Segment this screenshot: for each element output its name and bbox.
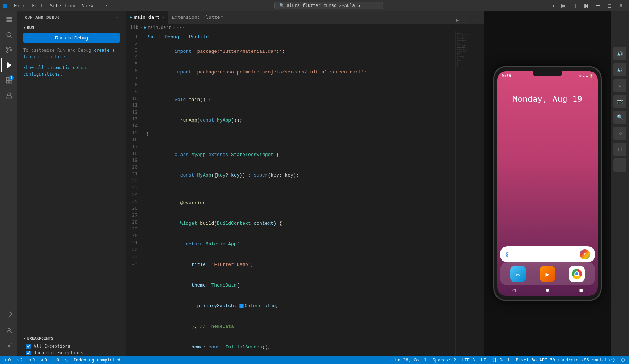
run-in-debug-icon[interactable]: ▶	[454, 16, 460, 24]
code-line-12: Widget build(BuildContext context) {	[141, 213, 455, 234]
phone-status-icons: ⚙ ☁ ▲ 🔋	[579, 74, 594, 78]
tab-extension-flutter[interactable]: Extension: Flutter	[168, 11, 226, 24]
cursor-position-status[interactable]: Ln 28, Col 1	[394, 357, 428, 363]
code-line-9: const MyApp({Key? key}) : super(key: key…	[141, 165, 455, 186]
sidebar-more-btn[interactable]: ···	[111, 14, 121, 21]
svg-marker-9	[7, 63, 11, 68]
status-left: ⚡ 0 ⚠ 2 ⊙ 9 ✗ 0 ↓ 0 ◌ Indexing completed…	[3, 357, 125, 363]
minimize-btn[interactable]: ─	[593, 2, 603, 9]
rotate-btn[interactable]: ↻	[613, 79, 626, 92]
info-icon: ⊙	[29, 357, 31, 363]
problems-status[interactable]: ✗ 0	[39, 357, 48, 363]
broadcast-icon[interactable]: ⬡	[620, 357, 626, 363]
maximize-btn[interactable]: ◻	[604, 2, 615, 9]
layout-btn[interactable]: ▯	[570, 2, 580, 9]
svg-point-14	[8, 328, 11, 331]
activity-search[interactable]	[1, 27, 16, 42]
customize-layout-btn[interactable]: ▦	[581, 2, 591, 9]
back-btn[interactable]: ◁	[512, 287, 515, 293]
tab-main-dart-close[interactable]: ✕	[162, 15, 164, 20]
breadcrumb-main-dart[interactable]: main.dart	[148, 25, 171, 30]
google-g-logo: G	[505, 251, 509, 258]
show-all-debug-link[interactable]: Show all automatic debug configurations.	[23, 64, 120, 77]
sidebar-toggle-btn[interactable]: ▭	[546, 2, 557, 9]
code-line-14: title: 'Flutter Demo',	[141, 254, 455, 275]
run-and-debug-button[interactable]: Run and Debug	[23, 33, 120, 43]
profile-link[interactable]: Profile	[189, 34, 209, 41]
phone-notch	[533, 71, 562, 76]
activity-remote[interactable]	[1, 307, 16, 321]
device-status[interactable]: Pixel 3a API 30 (android-x86 emulator)	[514, 357, 617, 363]
chrome-icon	[569, 266, 585, 282]
activity-run-debug[interactable]	[1, 58, 16, 72]
line-ending-status[interactable]: LF	[479, 357, 487, 363]
code-editor[interactable]: 12345 678910 1112131415 1617181920 21222…	[126, 31, 484, 356]
warnings-status[interactable]: ⚠ 2	[15, 357, 24, 363]
volume-down-btn[interactable]: 🔉	[613, 63, 626, 76]
errors-status[interactable]: ⚡ 0	[3, 357, 12, 363]
debug-link[interactable]: Debug	[165, 34, 179, 41]
panel-toggle-btn[interactable]: ▤	[558, 2, 568, 9]
code-content[interactable]: Run | Debug | Profile import 'package:fl…	[141, 31, 455, 356]
breakpoints-title: BREAKPOINTS	[27, 336, 54, 341]
zoom-btn[interactable]: 🔍	[613, 111, 626, 124]
encoding-status[interactable]: UTF-8	[460, 357, 476, 363]
breakpoint-uncaught-exceptions-checkbox[interactable]	[26, 351, 31, 355]
activity-extensions[interactable]: 1	[1, 73, 16, 88]
info-count: 9	[32, 357, 35, 363]
sidebar-title: RUN AND DEBUG	[25, 15, 60, 20]
problems-count: 0	[45, 357, 47, 363]
tab-main-dart[interactable]: ◆ main.dart ✕	[126, 11, 168, 24]
indentation-status[interactable]: Spaces: 2	[431, 357, 457, 363]
main-layout: 1 RUN AND DEBUG ··· ▾ RUN Run an	[0, 11, 629, 356]
menu-selection[interactable]: Selection	[47, 2, 78, 9]
breakpoint-uncaught-exceptions-label: Uncaught Exceptions	[34, 350, 83, 355]
menu-edit[interactable]: Edit	[29, 2, 46, 9]
status-right: Ln 28, Col 1 Spaces: 2 UTF-8 LF {} Dart …	[394, 357, 626, 363]
window-controls: ▭ ▤ ▯ ▦ ─ ◻ ✕	[546, 2, 626, 9]
back-nav-btn[interactable]: ◁	[613, 127, 626, 140]
code-line-2: import 'package:nosso_primeiro_projeto/s…	[141, 62, 455, 82]
activity-explorer[interactable]	[1, 12, 16, 27]
info-status[interactable]: ⊙ 9	[27, 357, 36, 363]
language-mode-status[interactable]: {} Dart	[490, 357, 512, 363]
fold-btn[interactable]: □	[613, 143, 626, 156]
svg-rect-12	[7, 81, 9, 83]
svg-point-8	[10, 49, 12, 51]
editor-more-icon[interactable]: ···	[469, 16, 481, 24]
home-btn[interactable]: ●	[546, 287, 549, 293]
spinner-status[interactable]: ◌	[63, 357, 69, 363]
sidebar-header: RUN AND DEBUG ···	[17, 11, 126, 22]
activity-source-control[interactable]	[1, 43, 16, 57]
breadcrumb-more[interactable]: ···	[177, 25, 185, 30]
code-line-8: class MyApp extends StatelessWidget {	[141, 144, 455, 165]
run-section-arrow: ▾	[23, 26, 25, 30]
more-btn[interactable]: ⋮	[613, 158, 626, 172]
run-section-label: RUN	[27, 25, 34, 30]
run-link[interactable]: Run	[146, 34, 155, 41]
dart-file-icon: ◆	[130, 15, 132, 20]
breakpoints-header[interactable]: ▾ BREAKPOINTS	[17, 334, 126, 343]
search-text: alura_flutter_curso_2-Aula_5	[287, 3, 360, 8]
activity-settings[interactable]	[1, 339, 16, 353]
split-editor-icon[interactable]: ⊟	[462, 16, 467, 24]
breakpoint-all-exceptions-checkbox[interactable]	[26, 344, 31, 349]
menu-more[interactable]: ···	[97, 2, 111, 9]
sync-status[interactable]: ↓ 0	[51, 357, 60, 363]
menu-file[interactable]: File	[11, 2, 28, 9]
activity-accounts[interactable]	[1, 323, 16, 338]
phone-search-bar[interactable]: G ⊙	[500, 246, 595, 262]
code-line-18: home: const InitialScreen(),	[141, 337, 455, 356]
volume-up-btn[interactable]: 🔊	[613, 47, 626, 60]
recent-btn[interactable]: ■	[579, 287, 582, 293]
activity-testing[interactable]	[1, 88, 16, 103]
search-box[interactable]: 🔍 alura_flutter_curso_2-Aula_5	[274, 2, 383, 9]
phone-device: 9:59 ⚙ ☁ ▲ 🔋 Monday, Aug 19 G ⊙	[493, 66, 602, 301]
breakpoint-all-exceptions: All Exceptions	[17, 343, 126, 350]
close-btn[interactable]: ✕	[616, 2, 626, 9]
screenshot-btn[interactable]: 📷	[613, 95, 626, 108]
tab-extension-flutter-label: Extension: Flutter	[172, 14, 223, 20]
sidebar-header-icons: ···	[111, 14, 121, 21]
menu-view[interactable]: View	[79, 2, 96, 9]
breadcrumb-lib[interactable]: lib	[130, 25, 138, 30]
